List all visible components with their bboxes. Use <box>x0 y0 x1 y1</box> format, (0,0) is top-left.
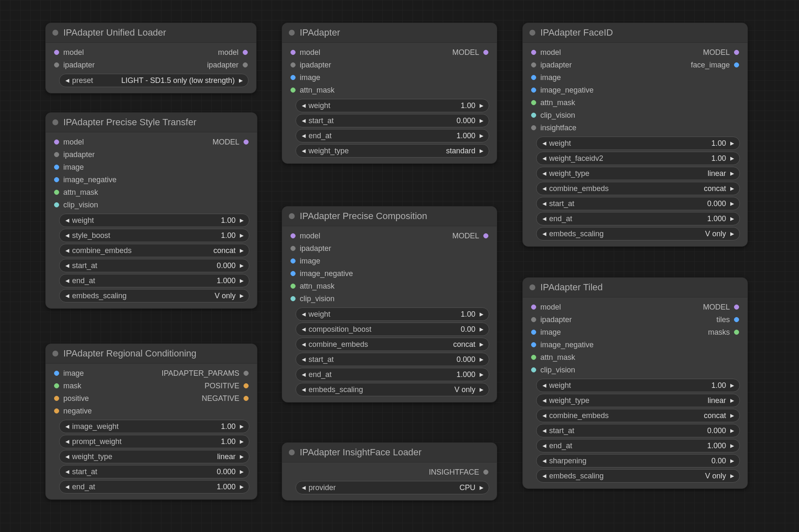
param-value[interactable]: 1.000 <box>457 132 478 140</box>
node-header[interactable]: IPAdapter Precise Composition <box>282 207 497 226</box>
input-port[interactable] <box>531 330 536 335</box>
chevron-left-icon[interactable]: ◀ <box>541 186 547 191</box>
node-ipadapter[interactable]: IPAdaptermodelMODELipadapterimageattn_ma… <box>282 23 497 164</box>
chevron-left-icon[interactable]: ◀ <box>300 311 307 317</box>
chevron-left-icon[interactable]: ◀ <box>541 201 547 207</box>
chevron-right-icon[interactable]: ▶ <box>478 311 485 317</box>
param-weight[interactable]: ◀weight1.00▶ <box>536 137 740 150</box>
param-value[interactable]: 1.000 <box>707 214 729 223</box>
input-port[interactable] <box>531 62 536 67</box>
param-weight_type[interactable]: ◀weight_typelinear▶ <box>536 167 740 180</box>
input-port[interactable] <box>291 246 296 251</box>
chevron-left-icon[interactable]: ◀ <box>300 356 307 362</box>
param-value[interactable]: standard <box>446 147 478 155</box>
chevron-right-icon[interactable]: ▶ <box>238 232 245 238</box>
node-header[interactable]: IPAdapter Tiled <box>523 278 747 297</box>
chevron-left-icon[interactable]: ◀ <box>300 118 307 124</box>
input-port[interactable] <box>531 125 536 130</box>
collapse-icon[interactable] <box>529 30 535 36</box>
chevron-left-icon[interactable]: ◀ <box>64 217 70 223</box>
param-start_at[interactable]: ◀start_at0.000▶ <box>59 259 249 272</box>
input-port[interactable] <box>531 100 536 105</box>
collapse-icon[interactable] <box>52 30 58 36</box>
chevron-right-icon[interactable]: ▶ <box>729 201 735 207</box>
chevron-right-icon[interactable]: ▶ <box>478 118 485 124</box>
output-port[interactable] <box>483 233 488 238</box>
input-port[interactable] <box>54 62 59 67</box>
param-value[interactable]: linear <box>708 396 729 405</box>
chevron-right-icon[interactable]: ▶ <box>478 356 485 362</box>
input-port[interactable] <box>531 88 536 93</box>
chevron-right-icon[interactable]: ▶ <box>238 217 245 223</box>
node-ipadapter-regional[interactable]: IPAdapter Regional ConditioningimageIPAD… <box>45 343 257 500</box>
param-embeds_scaling[interactable]: ◀embeds_scalingV only▶ <box>536 469 740 483</box>
input-port[interactable] <box>531 342 536 347</box>
input-port[interactable] <box>291 284 296 289</box>
input-port[interactable] <box>54 202 59 207</box>
param-value[interactable]: linear <box>217 452 238 461</box>
node-ipadapter-unified-loader[interactable]: IPAdapter Unified Loadermodelmodelipadap… <box>45 23 257 93</box>
input-port[interactable] <box>291 258 296 263</box>
input-port[interactable] <box>531 113 536 118</box>
param-value[interactable]: 0.000 <box>457 116 478 125</box>
node-ipadapter-insight-loader[interactable]: IPAdapter InsightFace LoaderINSIGHTFACE◀… <box>282 442 497 501</box>
param-start_at[interactable]: ◀start_at0.000▶ <box>296 353 489 366</box>
param-value[interactable]: 0.000 <box>217 261 238 270</box>
input-port[interactable] <box>531 305 536 310</box>
output-port[interactable] <box>734 50 739 55</box>
chevron-right-icon[interactable]: ▶ <box>729 170 735 176</box>
param-end_at[interactable]: ◀end_at1.000▶ <box>536 212 740 225</box>
param-start_at[interactable]: ◀start_at0.000▶ <box>536 197 740 210</box>
input-port[interactable] <box>54 177 59 182</box>
param-combine_embeds[interactable]: ◀combine_embedsconcat▶ <box>296 338 489 351</box>
input-port[interactable] <box>531 75 536 80</box>
param-value[interactable]: 0.000 <box>707 426 729 435</box>
input-port[interactable] <box>291 62 296 67</box>
chevron-left-icon[interactable]: ◀ <box>64 232 70 238</box>
input-port[interactable] <box>54 152 59 157</box>
param-value[interactable]: 1.00 <box>461 101 478 110</box>
param-value[interactable]: 0.000 <box>457 355 478 364</box>
output-port[interactable] <box>244 396 249 401</box>
chevron-right-icon[interactable]: ▶ <box>729 458 735 464</box>
param-weight_type[interactable]: ◀weight_typelinear▶ <box>536 394 740 407</box>
chevron-right-icon[interactable]: ▶ <box>238 293 245 299</box>
param-value[interactable]: 1.000 <box>217 276 238 285</box>
chevron-left-icon[interactable]: ◀ <box>541 428 547 434</box>
param-prompt_weight[interactable]: ◀prompt_weight1.00▶ <box>59 435 249 448</box>
node-header[interactable]: IPAdapter Regional Conditioning <box>46 344 257 364</box>
param-combine_embeds[interactable]: ◀combine_embedsconcat▶ <box>536 409 740 422</box>
param-value[interactable]: V only <box>215 292 238 300</box>
chevron-left-icon[interactable]: ◀ <box>541 413 547 418</box>
chevron-right-icon[interactable]: ▶ <box>729 216 735 222</box>
input-port[interactable] <box>531 367 536 372</box>
output-port[interactable] <box>734 317 739 322</box>
chevron-right-icon[interactable]: ▶ <box>478 387 485 393</box>
chevron-left-icon[interactable]: ◀ <box>300 372 307 377</box>
param-end_at[interactable]: ◀end_at1.000▶ <box>296 368 489 381</box>
param-start_at[interactable]: ◀start_at0.000▶ <box>296 114 489 127</box>
chevron-right-icon[interactable]: ▶ <box>238 484 245 490</box>
chevron-right-icon[interactable]: ▶ <box>729 155 735 161</box>
input-port[interactable] <box>531 50 536 55</box>
param-value[interactable]: concat <box>453 340 478 349</box>
param-value[interactable]: 0.000 <box>217 467 238 476</box>
node-ipadapter-faceid[interactable]: IPAdapter FaceIDmodelMODELipadapterface_… <box>522 23 748 247</box>
param-start_at[interactable]: ◀start_at0.000▶ <box>59 465 249 478</box>
param-embeds_scaling[interactable]: ◀embeds_scalingV only▶ <box>536 227 740 240</box>
chevron-left-icon[interactable]: ◀ <box>300 103 307 108</box>
output-port[interactable] <box>734 62 739 67</box>
chevron-left-icon[interactable]: ◀ <box>300 387 307 393</box>
param-value[interactable]: 1.00 <box>711 139 729 148</box>
input-port[interactable] <box>291 271 296 276</box>
collapse-icon[interactable] <box>289 213 295 219</box>
collapse-icon[interactable] <box>529 284 535 290</box>
chevron-right-icon[interactable]: ▶ <box>237 77 244 83</box>
param-weight[interactable]: ◀weight1.00▶ <box>536 379 740 392</box>
chevron-left-icon[interactable]: ◀ <box>300 133 307 139</box>
chevron-right-icon[interactable]: ▶ <box>478 326 485 332</box>
param-end_at[interactable]: ◀end_at1.000▶ <box>536 439 740 452</box>
chevron-right-icon[interactable]: ▶ <box>238 424 245 429</box>
param-value[interactable]: LIGHT - SD1.5 only (low strength) <box>121 76 237 85</box>
output-port[interactable] <box>243 50 248 55</box>
